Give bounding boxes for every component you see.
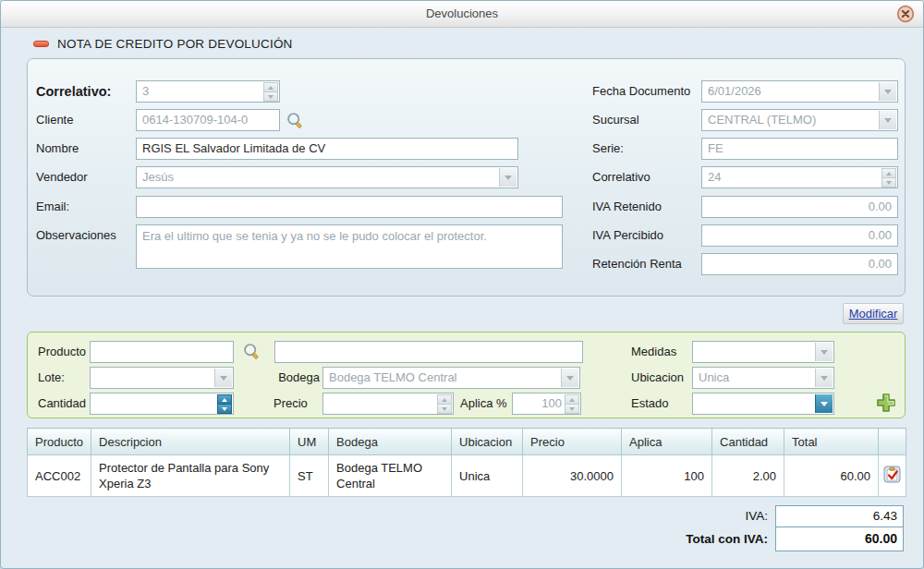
cell-um: ST [290,455,329,497]
table-row[interactable]: ACC002 Protector de Pantalla para Sony X… [28,455,906,497]
search-icon[interactable] [242,342,261,365]
vendedor-dropdown[interactable]: Jesús [136,166,518,188]
medidas-label: Medidas [631,341,676,363]
chevron-down-icon [561,369,578,387]
items-table: Producto Descripcion UM Bodega Ubicacion… [27,428,906,497]
column-header-precio[interactable]: Precio [523,429,622,455]
chevron-down-icon [879,82,896,101]
chevron-down-icon [879,111,896,129]
plus-icon [875,392,897,414]
email-input[interactable] [136,196,563,218]
producto-descripcion-input[interactable] [274,341,583,363]
retencion-renta-input[interactable]: 0.00 [701,253,898,275]
total-con-iva-value: 60.00 [775,527,904,551]
cell-aplica: 100 [622,455,712,497]
vendedor-label: Vendedor [36,166,88,188]
email-label: Email: [36,196,69,218]
cell-bodega: Bodega TELMO Central [329,455,452,497]
chevron-down-icon [815,394,833,413]
iva-percibido-label: IVA Percibido [592,224,663,247]
cell-precio: 30.0000 [523,455,622,497]
lote-label: Lote: [38,367,65,389]
chevron-down-icon [214,369,232,387]
bodega-label: Bodega [274,367,320,389]
cell-descripcion: Protector de Pantalla para Sony Xperia Z… [91,455,290,497]
cell-producto: ACC002 [28,455,91,497]
producto-label: Producto [38,341,86,363]
lote-dropdown[interactable] [90,367,234,389]
cell-cantidad: 2.00 [712,455,784,497]
retencion-renta-label: Retención Renta [592,253,682,275]
spinner-arrows-icon [437,394,452,413]
column-header-um[interactable]: UM [290,429,329,455]
precio-spinner[interactable] [322,393,454,415]
nombre-input[interactable]: RGIS EL Salvador Limitada de CV [136,138,518,160]
nombre-label: Nombre [36,138,79,160]
spinner-arrows-icon [881,168,896,187]
column-header-descripcion[interactable]: Descripcion [91,429,290,455]
edit-row-button[interactable] [879,455,906,497]
precio-label: Precio [274,393,308,415]
cell-total: 60.00 [784,455,879,497]
column-header-total[interactable]: Total [784,429,879,455]
ubicacion-dropdown[interactable]: Unica [692,367,834,389]
observaciones-textarea[interactable]: Era el ultimo que se tenia y ya no se le… [136,224,563,269]
modificar-button[interactable]: Modificar [843,303,904,324]
window-title: Devoluciones [1,1,923,27]
serie-input[interactable]: FE [701,138,898,160]
iva-retenido-label: IVA Retenido [592,196,662,218]
iva-total-label: IVA: [638,505,768,527]
medidas-dropdown[interactable] [692,341,834,363]
section-title: NOTA DE CREDITO POR DEVOLUCIÓN [57,37,293,51]
cantidad-spinner[interactable] [90,393,234,415]
sucursal-label: Sucursal [592,109,639,131]
aplica-spinner[interactable]: 100 [512,393,581,415]
iva-percibido-input[interactable]: 0.00 [701,224,898,247]
fecha-documento-dropdown[interactable]: 6/01/2026 [701,80,898,103]
correlativo2-spinner[interactable]: 24 [701,166,898,188]
spinner-arrows-icon [565,394,579,413]
spinner-arrows-icon [263,82,278,101]
close-icon [896,10,915,26]
fecha-documento-label: Fecha Documento [592,80,690,103]
cantidad-label: Cantidad [38,393,86,415]
correlativo2-label: Correlativo [592,166,650,188]
estado-label: Estado [631,393,668,415]
clipboard-check-icon [883,466,901,483]
ubicacion-label: Ubicacion [631,367,684,389]
devoluciones-dialog: Devoluciones NOTA DE CREDITO POR DEVOLUC… [0,0,924,569]
cliente-label: Cliente [36,109,73,131]
red-dash-icon [33,41,49,47]
producto-input[interactable] [90,341,234,363]
correlativo-spinner[interactable]: 3 [136,80,280,103]
table-header-row: Producto Descripcion UM Bodega Ubicacion… [28,429,906,455]
spinner-arrows-icon [217,394,232,413]
cell-ubicacion: Unica [452,455,523,497]
bodega-dropdown[interactable]: Bodega TELMO Central [322,367,580,389]
close-button[interactable] [896,5,915,23]
aplica-label: Aplica % [460,393,507,415]
column-header-bodega[interactable]: Bodega [329,429,452,455]
chevron-down-icon [499,168,517,187]
search-icon[interactable] [286,111,305,134]
serie-label: Serie: [592,138,624,160]
column-header-cantidad[interactable]: Cantidad [712,429,784,455]
column-header-ubicacion[interactable]: Ubicacion [452,429,523,455]
chevron-down-icon [815,343,833,361]
iva-total-value: 6.43 [775,505,904,527]
iva-retenido-input[interactable]: 0.00 [701,196,898,218]
column-header-producto[interactable]: Producto [28,429,91,455]
correlativo-label: Correlativo: [36,80,111,103]
estado-dropdown[interactable] [692,393,834,415]
column-header-aplica[interactable]: Aplica [622,429,712,455]
total-con-iva-label: Total con IVA: [611,527,768,551]
cliente-input[interactable]: 0614-130709-104-0 [136,109,280,131]
add-item-button[interactable] [875,392,897,418]
titlebar: Devoluciones [1,1,923,28]
observaciones-label: Observaciones [36,224,116,247]
chevron-down-icon [815,369,833,387]
column-header-actions [879,429,906,455]
sucursal-dropdown[interactable]: CENTRAL (TELMO) [701,109,898,131]
